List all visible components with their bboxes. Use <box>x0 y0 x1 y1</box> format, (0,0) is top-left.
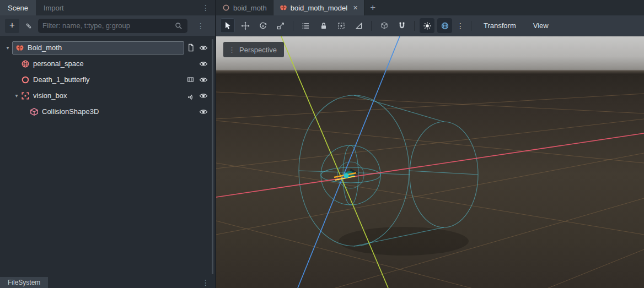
selection-list-button[interactable] <box>298 18 313 33</box>
globe-icon <box>441 21 449 30</box>
tree-row-collision-shape[interactable]: CollisionShape3D <box>0 104 215 119</box>
tree-scrollbar[interactable] <box>212 39 213 274</box>
row-buttons <box>186 91 215 100</box>
snap-button[interactable] <box>394 18 409 33</box>
tree-row-vision-box[interactable]: ▾ vision_box <box>0 88 215 104</box>
select-arrow-icon <box>223 21 232 30</box>
projection-menu-button[interactable]: ⋮ Perspective <box>223 42 284 57</box>
scene-ring-icon <box>222 4 230 12</box>
visibility-eye-icon[interactable] <box>199 107 208 116</box>
visibility-eye-icon[interactable] <box>199 75 208 84</box>
signal-connection-icon[interactable] <box>186 91 195 100</box>
select-tool-button[interactable] <box>220 18 235 33</box>
script-icon[interactable] <box>186 44 195 52</box>
vision-box-icon <box>21 91 30 100</box>
magnet-icon <box>398 21 406 30</box>
grip-icon: ⋮ <box>228 46 235 54</box>
sphere-shape-icon <box>21 59 30 68</box>
bottom-dock-bar: FileSystem ⋮ <box>0 277 215 288</box>
node-label: Death_1_butterfly <box>33 75 90 84</box>
sun-environment-settings-icon[interactable]: ⋮ <box>455 21 466 30</box>
move-tool-button[interactable] <box>238 18 253 33</box>
projection-label: Perspective <box>239 46 277 54</box>
viewport-canvas <box>216 36 644 288</box>
group-icon <box>337 21 346 30</box>
visibility-eye-icon[interactable] <box>199 91 208 100</box>
scene-tab-label: boid_moth_model <box>291 4 347 12</box>
selected-node-box[interactable]: Boid_moth <box>12 41 184 55</box>
separator <box>471 21 471 31</box>
ruler-button[interactable] <box>351 18 366 33</box>
local-space-button[interactable] <box>377 18 391 33</box>
axis-y-line <box>281 36 388 288</box>
view-menu[interactable]: View <box>526 21 556 30</box>
cube-icon <box>380 21 389 30</box>
move-icon <box>241 21 250 30</box>
scene-tab-boid-moth[interactable]: boid_moth <box>216 0 273 15</box>
tree-menu-icon[interactable]: ⋮ <box>191 21 210 30</box>
lock-icon <box>319 21 328 30</box>
moth-icon <box>15 44 24 52</box>
lock-node-button[interactable] <box>316 18 331 33</box>
preview-environment-button[interactable] <box>437 18 452 33</box>
film-icon[interactable] <box>186 75 195 84</box>
ground-grid <box>216 92 644 288</box>
rotate-icon <box>259 21 267 30</box>
tree-row-death-butterfly[interactable]: Death_1_butterfly <box>0 72 215 88</box>
godot-editor-window: Scene Import ⋮ + ⋮ <box>0 0 644 288</box>
node-label: vision_box <box>33 91 67 100</box>
moth-icon <box>280 4 287 12</box>
main-editor-area: boid_moth boid_moth_model ✕ + <box>216 0 644 288</box>
node-label: Boid_moth <box>28 44 62 52</box>
new-scene-tab-button[interactable]: + <box>364 0 381 15</box>
scene-tab-boid-moth-model[interactable]: boid_moth_model ✕ <box>273 0 365 15</box>
separator <box>293 21 293 31</box>
tree-row-boid-moth[interactable]: ▾ Boid_moth <box>0 40 215 56</box>
collapse-arrow-icon[interactable]: ▾ <box>3 45 12 51</box>
scale-icon <box>276 21 285 30</box>
shadow <box>339 227 469 256</box>
instance-scene-button[interactable] <box>23 20 34 31</box>
node-label: CollisionShape3D <box>42 107 99 116</box>
tree-row-personal-space[interactable]: personal_space <box>0 56 215 72</box>
row-buttons <box>186 75 215 84</box>
row-buttons <box>186 44 215 52</box>
scene-dock: Scene Import ⋮ + ⋮ <box>0 0 215 288</box>
search-icon <box>174 21 183 30</box>
bottom-menu-icon[interactable]: ⋮ <box>196 278 215 287</box>
filesystem-tab[interactable]: FileSystem <box>0 277 48 288</box>
scene-tab-bar: boid_moth boid_moth_model ✕ + <box>216 0 644 15</box>
collapse-arrow-icon[interactable]: ▾ <box>12 93 21 99</box>
group-nodes-button[interactable] <box>334 18 348 33</box>
rotate-tool-button[interactable] <box>255 18 270 33</box>
add-node-button[interactable]: + <box>5 19 19 33</box>
separator <box>371 21 372 31</box>
scene-tree-toolbar: + ⋮ <box>0 15 215 36</box>
scene-tree: ▾ Boid_moth <box>0 36 215 277</box>
tab-scene[interactable]: Scene <box>0 0 36 15</box>
filter-box[interactable] <box>38 19 187 33</box>
node-label: personal_space <box>33 59 84 68</box>
visibility-eye-icon[interactable] <box>199 59 208 68</box>
scene-tab-label: boid_moth <box>233 4 267 12</box>
sun-icon <box>423 21 432 30</box>
list-icon <box>302 21 310 30</box>
scale-tool-button[interactable] <box>273 18 288 33</box>
viewport-3d[interactable]: ⋮ Perspective <box>216 36 644 288</box>
viewport-toolbar: ⋮ Transform View <box>216 15 644 36</box>
preview-sunlight-button[interactable] <box>420 18 434 33</box>
collision-shape-icon <box>30 107 39 116</box>
filter-input[interactable] <box>42 21 174 30</box>
link-icon <box>24 21 33 30</box>
tab-import[interactable]: Import <box>36 0 72 15</box>
transform-menu[interactable]: Transform <box>476 21 523 30</box>
visibility-eye-icon[interactable] <box>199 44 208 52</box>
ruler-icon <box>355 21 363 30</box>
dock-tab-bar: Scene Import ⋮ <box>0 0 215 15</box>
area-ring-icon <box>21 75 30 84</box>
separator <box>414 21 415 31</box>
dock-menu-icon[interactable]: ⋮ <box>196 3 215 12</box>
close-tab-icon[interactable]: ✕ <box>353 4 358 12</box>
